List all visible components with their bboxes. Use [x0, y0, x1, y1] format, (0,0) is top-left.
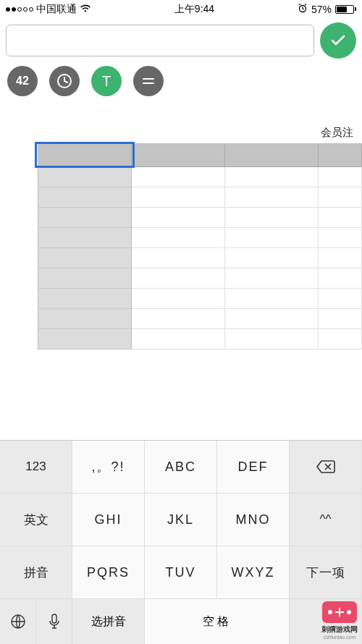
cell[interactable] — [132, 248, 225, 268]
input-row — [0, 18, 362, 63]
key-english[interactable]: 英文 — [0, 493, 72, 546]
key-pinyin[interactable]: 拼音 — [0, 546, 72, 599]
row-header[interactable] — [38, 268, 132, 289]
cell[interactable] — [132, 208, 225, 228]
cell[interactable] — [132, 187, 225, 208]
cell[interactable] — [225, 268, 319, 289]
globe-icon — [9, 613, 27, 630]
cell[interactable] — [225, 187, 319, 208]
key-ghi[interactable]: GHI — [72, 493, 145, 546]
spreadsheet-grid[interactable] — [38, 143, 362, 349]
cell[interactable] — [319, 329, 362, 349]
cell[interactable] — [319, 167, 362, 187]
column-header[interactable] — [319, 144, 362, 167]
backspace-icon — [315, 459, 337, 475]
wifi-icon — [80, 4, 91, 15]
key-caret[interactable]: ^^ — [290, 493, 362, 546]
key-globe[interactable] — [0, 599, 36, 644]
cell[interactable] — [319, 248, 362, 268]
carrier-label: 中国联通 — [36, 3, 77, 16]
column-header-row — [38, 144, 362, 167]
key-pqrs[interactable]: PQRS — [72, 546, 145, 599]
battery-percent: 57% — [311, 4, 332, 15]
cell[interactable] — [319, 187, 362, 208]
key-space[interactable]: 空格 — [145, 599, 290, 644]
cell[interactable] — [319, 208, 362, 228]
cell[interactable] — [132, 289, 225, 309]
row-header[interactable] — [38, 309, 132, 329]
list-format-button[interactable] — [133, 66, 164, 96]
table-row — [38, 228, 362, 248]
table-row — [38, 208, 362, 228]
keyboard: 123 ,。?! ABC DEF 英文 GHI JKL MNO ^^ 拼音 PQ… — [0, 440, 362, 644]
cell[interactable] — [319, 309, 362, 329]
status-left: 中国联通 — [6, 3, 91, 16]
sheet-title-fragment: 会员注 — [321, 126, 353, 140]
row-header[interactable] — [38, 208, 132, 228]
cell[interactable] — [225, 309, 319, 329]
cell[interactable] — [225, 289, 319, 309]
table-row — [38, 248, 362, 268]
cell[interactable] — [319, 268, 362, 289]
cell[interactable] — [225, 228, 319, 248]
cell[interactable] — [132, 329, 225, 349]
row-header[interactable] — [38, 248, 132, 268]
key-next[interactable]: 下一项 — [290, 546, 362, 599]
clock-icon — [56, 72, 73, 90]
alarm-icon — [298, 3, 308, 15]
cell[interactable] — [319, 228, 362, 248]
key-jkl[interactable]: JKL — [145, 493, 217, 546]
format-toolbar: 42 T — [0, 63, 362, 103]
svg-rect-3 — [52, 614, 56, 623]
key-select-pinyin[interactable]: 选拼音 — [72, 599, 145, 644]
number-format-button[interactable]: 42 — [7, 66, 38, 96]
status-right: 57% — [298, 3, 356, 15]
status-bar: 中国联通 上午9:44 57% — [0, 0, 362, 18]
table-row — [38, 187, 362, 208]
row-header[interactable] — [38, 167, 132, 187]
column-header[interactable] — [225, 144, 319, 167]
key-punctuation[interactable]: ,。?! — [72, 441, 145, 493]
table-row — [38, 329, 362, 349]
cell[interactable] — [132, 167, 225, 187]
row-header[interactable] — [38, 228, 132, 248]
key-tuv[interactable]: TUV — [145, 546, 217, 599]
row-header[interactable] — [38, 289, 132, 309]
table-row — [38, 167, 362, 187]
status-time: 上午9:44 — [174, 3, 214, 16]
cell[interactable] — [225, 167, 319, 187]
key-def[interactable]: DEF — [217, 441, 290, 493]
column-header[interactable] — [38, 144, 132, 167]
key-wxyz[interactable]: WXYZ — [217, 546, 290, 599]
number-format-label: 42 — [16, 75, 29, 88]
key-abc[interactable]: ABC — [145, 441, 217, 493]
table-row — [38, 268, 362, 289]
menu-icon — [140, 73, 156, 89]
time-format-button[interactable] — [49, 66, 80, 96]
cell[interactable] — [132, 309, 225, 329]
table-row — [38, 289, 362, 309]
text-format-button[interactable]: T — [91, 66, 122, 96]
cell[interactable] — [225, 248, 319, 268]
cell[interactable] — [225, 329, 319, 349]
key-backspace[interactable] — [290, 441, 362, 493]
row-header[interactable] — [38, 187, 132, 208]
battery-icon — [335, 5, 356, 14]
checkmark-icon — [328, 30, 348, 51]
key-next-bottom[interactable] — [290, 599, 362, 644]
cell-text-input[interactable] — [6, 25, 314, 56]
column-header[interactable] — [132, 144, 225, 167]
text-format-label: T — [102, 73, 111, 90]
cell[interactable] — [132, 268, 225, 289]
confirm-button[interactable] — [320, 22, 356, 59]
row-header[interactable] — [38, 329, 132, 349]
key-123[interactable]: 123 — [0, 441, 72, 493]
cell[interactable] — [132, 228, 225, 248]
cell[interactable] — [225, 208, 319, 228]
table-row — [38, 309, 362, 329]
cell[interactable] — [319, 289, 362, 309]
microphone-icon — [47, 613, 62, 630]
key-mic[interactable] — [36, 599, 72, 644]
spreadsheet-area[interactable]: 会员注 — [0, 143, 362, 415]
key-mno[interactable]: MNO — [217, 493, 290, 546]
